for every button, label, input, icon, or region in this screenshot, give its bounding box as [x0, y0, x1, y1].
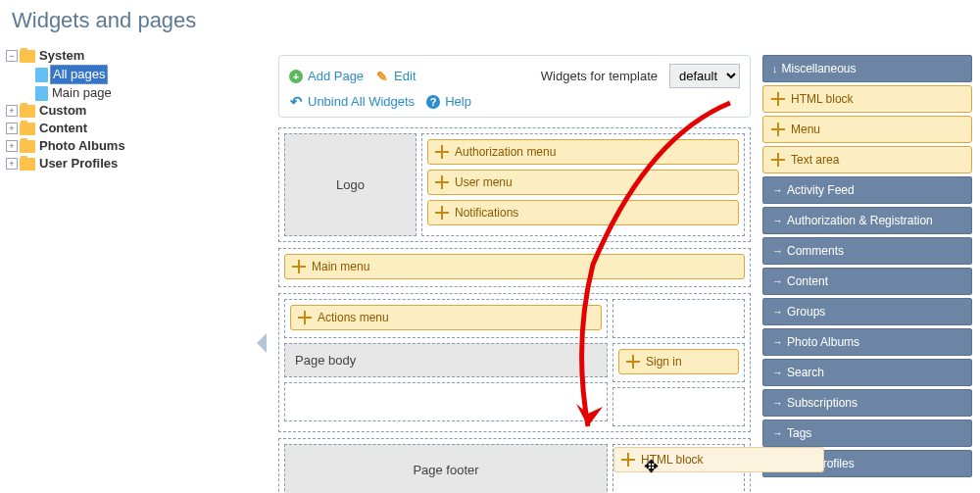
cat-comments[interactable]: →Comments	[762, 237, 972, 265]
arrow-right-icon: →	[772, 275, 783, 287]
cat-miscellaneous[interactable]: ↓Miscellaneous	[762, 55, 972, 82]
cat-subs[interactable]: →Subscriptions	[762, 389, 972, 417]
pencil-icon: ✎	[375, 70, 389, 83]
folder-open-icon	[20, 50, 35, 63]
header-region: Logo Authorization menu User menu Notifi…	[278, 127, 751, 242]
footer-drop-zone[interactable]: HTML block	[612, 444, 745, 493]
empty-drop-zone[interactable]	[612, 387, 745, 426]
arrow-right-icon: →	[772, 245, 783, 257]
tree-label: Custom	[37, 102, 88, 120]
widget-notifications[interactable]: Notifications	[427, 200, 739, 225]
tree-node-profiles[interactable]: +User Profiles	[6, 155, 265, 173]
undo-icon: ↶	[289, 95, 303, 109]
folder-icon	[20, 105, 35, 118]
cat-authreg[interactable]: →Authorization & Registration	[762, 207, 972, 234]
move-icon	[771, 123, 785, 136]
arrow-right-icon: →	[772, 215, 783, 226]
widget-palette: ↓Miscellaneous HTML block Menu Text area…	[762, 55, 972, 493]
signin-zone[interactable]: Sign in	[612, 343, 745, 382]
cat-search[interactable]: →Search	[762, 359, 972, 386]
tree-label: Content	[37, 120, 89, 137]
footer-slot[interactable]: Page footer	[284, 444, 608, 493]
header-drop-zone[interactable]: Authorization menu User menu Notificatio…	[421, 133, 745, 236]
page-icon	[35, 86, 48, 101]
collapse-sidebar-button[interactable]	[257, 333, 267, 353]
cat-albums[interactable]: →Photo Albums	[762, 328, 972, 356]
move-icon	[435, 145, 449, 159]
cat-activity[interactable]: →Activity Feed	[762, 176, 972, 204]
move-icon	[771, 153, 785, 167]
expand-icon[interactable]: +	[6, 158, 18, 170]
tree-node-system[interactable]: − System	[6, 47, 265, 65]
move-icon	[771, 92, 785, 106]
template-select[interactable]: default	[669, 64, 740, 88]
move-icon	[435, 175, 449, 189]
add-page-button[interactable]: +Add Page	[289, 69, 364, 83]
tree-node-albums[interactable]: +Photo Albums	[6, 137, 265, 155]
help-icon: ?	[426, 95, 440, 109]
arrow-right-icon: →	[772, 184, 783, 196]
folder-icon	[20, 140, 35, 153]
edit-button[interactable]: ✎Edit	[375, 69, 416, 83]
cat-tags[interactable]: →Tags	[762, 419, 972, 447]
widget-user-menu[interactable]: User menu	[427, 170, 739, 195]
content-region: Actions menu Page body Sign in	[278, 293, 751, 432]
move-icon	[621, 453, 635, 467]
template-label: Widgets for template	[541, 69, 658, 83]
tree-node-custom[interactable]: +Custom	[6, 102, 265, 120]
main-menu-zone[interactable]: Main menu	[278, 248, 751, 287]
widget-main-menu[interactable]: Main menu	[284, 254, 745, 279]
unbind-button[interactable]: ↶Unbind All Widgets	[289, 94, 415, 109]
widget-actions-menu[interactable]: Actions menu	[290, 305, 602, 330]
move-icon	[626, 355, 640, 369]
plus-icon: +	[289, 70, 303, 83]
page-title: Widgets and pages	[0, 0, 980, 47]
page-body-slot[interactable]: Page body	[284, 343, 608, 377]
tree-node-main-page[interactable]: Main page	[22, 84, 265, 102]
tree-node-content[interactable]: +Content	[6, 120, 265, 137]
empty-drop-zone[interactable]	[284, 382, 608, 421]
tree-node-all-pages[interactable]: All pages	[22, 65, 265, 84]
tree-label: Photo Albums	[37, 137, 127, 155]
folder-icon	[20, 123, 35, 135]
page-icon	[35, 68, 48, 82]
help-button[interactable]: ?Help	[426, 94, 471, 109]
cat-groups[interactable]: →Groups	[762, 298, 972, 325]
move-icon	[435, 206, 449, 220]
tree-label: Main page	[50, 84, 114, 102]
logo-slot[interactable]: Logo	[284, 133, 416, 236]
arrow-right-icon: →	[772, 367, 783, 378]
expand-icon[interactable]: +	[6, 123, 18, 134]
widget-auth-menu[interactable]: Authorization menu	[427, 139, 739, 165]
layout-editor: +Add Page ✎Edit Widgets for template def…	[278, 55, 751, 493]
arrow-right-icon: →	[772, 336, 783, 348]
collapse-icon[interactable]: −	[6, 50, 18, 62]
empty-drop-zone[interactable]	[612, 299, 745, 338]
palette-widget-textarea[interactable]: Text area	[762, 146, 972, 173]
expand-icon[interactable]: +	[6, 140, 18, 152]
folder-icon	[20, 158, 35, 171]
tree-label: All pages	[50, 65, 108, 84]
arrow-right-icon: →	[772, 427, 783, 439]
arrow-right-icon: →	[772, 306, 783, 318]
move-icon	[298, 311, 312, 324]
actions-zone[interactable]: Actions menu	[284, 299, 608, 338]
cat-content[interactable]: →Content	[762, 268, 972, 295]
expand-icon[interactable]: +	[6, 105, 18, 117]
tree-label: User Profiles	[37, 155, 120, 173]
widget-signin[interactable]: Sign in	[618, 349, 739, 374]
arrow-down-icon: ↓	[772, 63, 778, 74]
arrow-right-icon: →	[772, 397, 783, 409]
widget-html-block-dragging[interactable]: HTML block	[613, 447, 824, 472]
palette-widget-menu[interactable]: Menu	[762, 116, 972, 143]
move-icon	[292, 260, 306, 273]
toolbar: +Add Page ✎Edit Widgets for template def…	[278, 55, 751, 118]
footer-region: Page footer HTML block	[278, 438, 751, 493]
tree-sidebar: − System All pages Main page +Custom +Co…	[0, 47, 265, 493]
tree-label: System	[37, 47, 86, 65]
palette-widget-html[interactable]: HTML block	[762, 85, 972, 113]
